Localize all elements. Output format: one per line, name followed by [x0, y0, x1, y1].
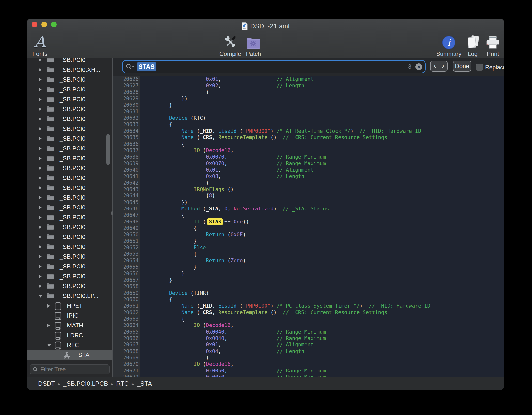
- toolbar: A Fonts: [27, 33, 504, 58]
- line-number: 20645: [113, 199, 139, 206]
- chevron-right-icon[interactable]: [39, 117, 42, 121]
- folder-icon: [46, 145, 54, 152]
- search-field[interactable]: STAS 3 ×: [122, 60, 426, 73]
- patch-button[interactable]: Patch: [241, 33, 266, 57]
- tree-item--sb-pci0[interactable]: _SB.PCI0: [27, 183, 112, 193]
- tree-item-rtc[interactable]: RTC: [27, 340, 112, 350]
- tree-item--sb-pci0[interactable]: _SB.PCI0: [27, 212, 112, 222]
- code-text: IO (Decode16,: [144, 147, 234, 154]
- search-input[interactable]: STAS: [137, 62, 156, 71]
- summary-button[interactable]: i Summary: [436, 33, 462, 57]
- chevron-right-icon[interactable]: [39, 225, 42, 229]
- tree-item--sb-pci0[interactable]: _SB.PCI0: [27, 271, 112, 281]
- tree-item--sb-pci0[interactable]: _SB.PCI0: [27, 114, 112, 124]
- find-next-button[interactable]: ›: [439, 61, 447, 71]
- chevron-right-icon[interactable]: [39, 265, 42, 268]
- clear-search-icon[interactable]: ×: [415, 63, 422, 70]
- line-number: 20670: [113, 361, 139, 367]
- code-text: Return (0x0F): [144, 231, 246, 238]
- chevron-right-icon[interactable]: [39, 147, 42, 150]
- code-line: 20636 {: [113, 141, 504, 147]
- chevron-right-icon[interactable]: [39, 58, 42, 62]
- code-text: Method (_STA, 0, NotSerialized) // _STA:…: [144, 206, 329, 212]
- editor[interactable]: 20626 0x01, // Alignment20627 0x02, // L…: [113, 58, 504, 377]
- tree-item--sta[interactable]: _STA: [27, 350, 112, 360]
- line-number: 20653: [113, 251, 139, 257]
- tree-item--sb-pci0[interactable]: _SB.PCI0: [27, 144, 112, 153]
- tree-item--sb-pci0[interactable]: _SB.PCI0: [27, 252, 112, 262]
- tree-item-ldrc[interactable]: LDRC: [27, 330, 112, 340]
- code-line: 20647 {: [113, 212, 504, 218]
- tree-item--sb-pci0-xh-[interactable]: _SB.PCI0.XH...: [27, 65, 112, 75]
- tree-item--sb-pci0-lp-[interactable]: _SB.PCI0.LP...: [27, 291, 112, 301]
- chevron-right-icon[interactable]: [39, 166, 42, 170]
- tree-item--sb-pci0[interactable]: _SB.PCI0: [27, 153, 112, 163]
- code-text: }: [144, 238, 197, 244]
- tree-item--sb-pci0[interactable]: _SB.PCI0: [27, 222, 112, 232]
- log-button[interactable]: Log: [463, 33, 483, 57]
- fonts-button[interactable]: A Fonts: [29, 33, 51, 57]
- code-text: 0x01, // Alignment: [144, 76, 313, 82]
- tree-item--sb-pci0[interactable]: _SB.PCI0: [27, 193, 112, 203]
- print-button[interactable]: Print: [483, 33, 503, 57]
- tree-item--sb-pci0[interactable]: _SB.PCI0: [27, 262, 112, 271]
- tree-item--sb-pci0[interactable]: _SB.PCI0: [27, 242, 112, 252]
- chevron-right-icon[interactable]: [39, 68, 42, 72]
- chevron-right-icon[interactable]: [39, 78, 42, 81]
- code-text: }: [144, 264, 197, 270]
- tree-item--sb-pci0[interactable]: _SB.PCI0: [27, 94, 112, 104]
- chevron-right-icon[interactable]: [39, 127, 42, 131]
- done-button[interactable]: Done: [453, 61, 471, 72]
- compile-button[interactable]: Compile: [218, 33, 243, 57]
- tree-item--sb-pci0[interactable]: _SB.PCI0: [27, 104, 112, 114]
- tree-item--sb-pci0[interactable]: _SB.PCI0: [27, 173, 112, 183]
- breadcrumb-item[interactable]: RTC: [116, 380, 129, 387]
- chevron-right-icon[interactable]: [47, 324, 50, 327]
- chevron-right-icon[interactable]: [39, 206, 42, 209]
- filter-tree-field[interactable]: Filter Tree: [30, 364, 110, 374]
- code-line: 20635 Name (_CRS, ResourceTemplate () //…: [113, 134, 504, 141]
- chevron-right-icon[interactable]: [39, 107, 42, 111]
- tree-item--sb-pci0[interactable]: _SB.PCI0: [27, 232, 112, 242]
- tree-item--sb-pci0[interactable]: _SB.PCI0: [27, 58, 112, 65]
- tree-item--sb-pci0[interactable]: _SB.PCI0: [27, 203, 112, 212]
- tree-item--sb-pci0[interactable]: _SB.PCI0: [27, 163, 112, 173]
- breadcrumb-item[interactable]: DSDT: [38, 380, 55, 387]
- chevron-right-icon[interactable]: [47, 304, 50, 308]
- compile-label: Compile: [219, 50, 241, 57]
- chevron-right-icon[interactable]: [39, 245, 42, 249]
- chevron-right-icon[interactable]: [39, 176, 42, 180]
- tree-item--sb-pci0[interactable]: _SB.PCI0: [27, 75, 112, 85]
- replace-checkbox[interactable]: [476, 64, 483, 71]
- breadcrumb-item[interactable]: _SB.PCI0.LPCB: [63, 380, 108, 387]
- sidebar-scrollbar-thumb[interactable]: [106, 134, 110, 165]
- line-number: 20651: [113, 238, 139, 244]
- breadcrumb: DSDT▸_SB.PCI0.LPCB▸RTC▸_STA: [27, 377, 504, 390]
- breadcrumb-item[interactable]: _STA: [137, 380, 152, 387]
- chevron-right-icon[interactable]: [39, 137, 42, 140]
- tree-item-ipic[interactable]: IPIC: [27, 311, 112, 321]
- tree-item--sb-pci0[interactable]: _SB.PCI0: [27, 85, 112, 94]
- chevron-right-icon[interactable]: [39, 98, 42, 101]
- code-lines: 20626 0x01, // Alignment20627 0x02, // L…: [113, 58, 504, 377]
- chevron-down-icon[interactable]: [39, 295, 42, 298]
- chevron-right-icon[interactable]: [39, 88, 42, 91]
- tree-item-hpet[interactable]: HPET: [27, 301, 112, 311]
- chevron-right-icon[interactable]: [39, 196, 42, 199]
- tree-item--sb-pci0[interactable]: _SB.PCI0: [27, 134, 112, 144]
- tree-item--sb-pci0[interactable]: _SB.PCI0: [27, 124, 112, 134]
- find-previous-button[interactable]: ‹: [431, 61, 439, 71]
- tree-item-math[interactable]: MATH: [27, 321, 112, 330]
- line-number: 20629: [113, 95, 139, 102]
- tree-item-label: _SB.PCI0: [60, 96, 85, 103]
- tree-item--sb-pci0[interactable]: _SB.PCI0: [27, 281, 112, 291]
- chevron-right-icon[interactable]: [39, 235, 42, 239]
- chevron-right-icon[interactable]: [39, 284, 42, 288]
- chevron-right-icon[interactable]: [39, 275, 42, 278]
- chevron-right-icon[interactable]: [39, 255, 42, 258]
- chevron-right-icon[interactable]: [39, 216, 42, 219]
- chevron-right-icon[interactable]: [39, 186, 42, 190]
- search-menu-icon[interactable]: [126, 63, 135, 70]
- chevron-down-icon[interactable]: [47, 344, 51, 347]
- chevron-right-icon[interactable]: [39, 157, 42, 160]
